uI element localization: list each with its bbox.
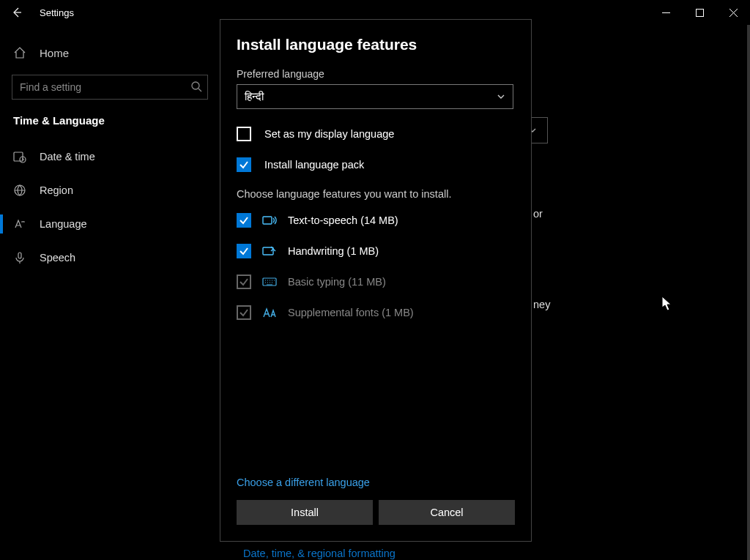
- calendar-clock-icon: [13, 150, 26, 163]
- checkbox-unchecked[interactable]: [237, 127, 251, 141]
- feature-basic-typing-row: Basic typing (11 MB): [237, 275, 515, 289]
- install-pack-checkbox-row[interactable]: Install language pack: [237, 157, 515, 172]
- svg-rect-0: [696, 9, 703, 16]
- svg-rect-5: [18, 253, 21, 258]
- arrow-left-icon: [11, 7, 23, 18]
- display-language-checkbox-row[interactable]: Set as my display language: [237, 127, 515, 141]
- home-label: Home: [40, 47, 69, 59]
- handwriting-icon: [261, 245, 278, 257]
- feature-fonts-row: Supplemental fonts (1 MB): [237, 305, 515, 320]
- sidebar-item-date-time[interactable]: Date & time: [0, 140, 220, 173]
- checkbox-disabled: [237, 305, 251, 320]
- choose-different-language-link[interactable]: Choose a different language: [237, 477, 370, 488]
- checkbox-checked[interactable]: [237, 213, 251, 228]
- svg-rect-6: [263, 217, 272, 224]
- checkbox-label: Set as my display language: [264, 128, 394, 140]
- language-select-value: हिन्दी: [245, 90, 264, 103]
- bg-text: or: [533, 208, 543, 220]
- sidebar-item-label: Date & time: [40, 151, 95, 163]
- sidebar-item-region[interactable]: Region: [0, 173, 220, 207]
- preferred-language-label: Preferred language: [237, 68, 515, 80]
- language-icon: [13, 217, 26, 231]
- feature-label: Supplemental fonts (1 MB): [288, 307, 414, 318]
- feature-label: Text-to-speech (14 MB): [288, 214, 398, 226]
- fonts-icon: [261, 307, 278, 318]
- bg-text: ney: [533, 299, 550, 310]
- checkbox-label: Install language pack: [264, 159, 364, 171]
- globe-icon: [13, 184, 26, 197]
- language-select[interactable]: हिन्दी: [237, 84, 513, 109]
- back-button[interactable]: [0, 0, 34, 25]
- feature-label: Basic typing (11 MB): [288, 276, 386, 288]
- dialog-title: Install language features: [237, 36, 515, 53]
- bg-bottom-link[interactable]: Date, time, & regional formatting: [243, 548, 396, 559]
- feature-tts-row[interactable]: Text-to-speech (14 MB): [237, 213, 515, 228]
- feature-label: Handwriting (1 MB): [288, 245, 379, 257]
- sidebar-item-speech[interactable]: Speech: [0, 241, 220, 275]
- checkbox-checked[interactable]: [237, 244, 251, 258]
- sidebar-item-label: Language: [40, 218, 87, 230]
- minimize-icon: [662, 9, 670, 17]
- minimize-button[interactable]: [649, 0, 683, 25]
- maximize-icon: [696, 9, 704, 17]
- home-icon: [13, 46, 26, 59]
- checkbox-checked[interactable]: [237, 157, 251, 172]
- sidebar-item-label: Speech: [40, 252, 75, 264]
- choose-features-text: Choose language features you want to ins…: [237, 188, 515, 200]
- window-controls: [649, 0, 750, 25]
- home-nav[interactable]: Home: [0, 37, 220, 69]
- sidebar: Home Time & Language Date & time Region …: [0, 25, 220, 275]
- sidebar-item-label: Region: [40, 184, 73, 196]
- sidebar-item-language[interactable]: Language: [0, 207, 220, 241]
- chevron-down-icon: [497, 92, 505, 101]
- install-language-dialog: Install language features Preferred lang…: [220, 19, 532, 542]
- search-box[interactable]: [12, 75, 208, 100]
- maximize-button[interactable]: [683, 0, 716, 25]
- close-icon: [729, 9, 738, 17]
- install-button[interactable]: Install: [237, 500, 373, 525]
- window-title: Settings: [34, 7, 74, 18]
- microphone-icon: [13, 251, 26, 264]
- cancel-button[interactable]: Cancel: [379, 500, 515, 525]
- scrollbar[interactable]: [747, 25, 750, 560]
- close-button[interactable]: [716, 0, 750, 25]
- search-icon: [190, 81, 202, 92]
- keyboard-icon: [261, 277, 278, 287]
- section-label: Time & Language: [0, 113, 220, 140]
- svg-point-1: [192, 82, 199, 89]
- tts-icon: [261, 214, 278, 226]
- search-input[interactable]: [12, 75, 208, 100]
- checkbox-disabled: [237, 275, 251, 289]
- feature-handwriting-row[interactable]: Handwriting (1 MB): [237, 244, 515, 258]
